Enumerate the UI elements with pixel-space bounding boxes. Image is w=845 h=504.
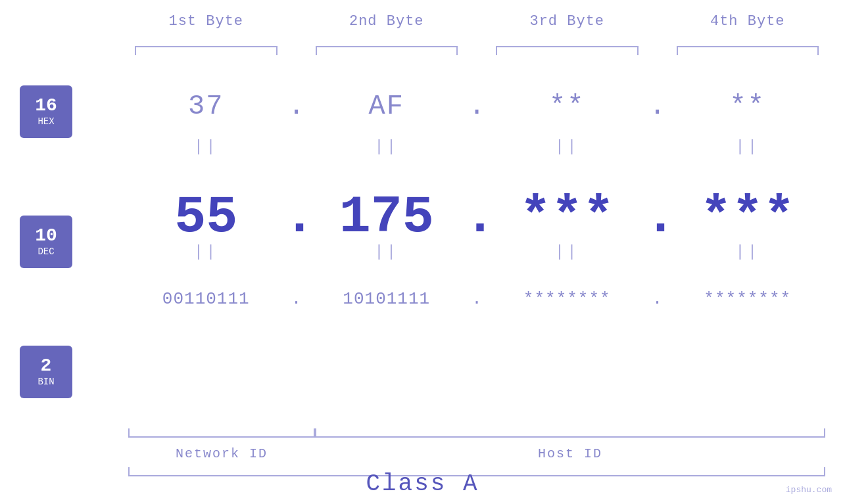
- dec-byte1: 55: [128, 187, 284, 247]
- header-brackets: [128, 46, 825, 58]
- dec-sep3: .: [645, 187, 670, 247]
- network-id-bracket: [128, 428, 315, 438]
- bin-byte3: ********: [489, 289, 645, 309]
- hex-sep1: .: [284, 91, 309, 122]
- host-id-bracket: [315, 428, 825, 438]
- id-labels: Network ID Host ID: [128, 446, 825, 461]
- grid-area: 37 . AF . ** . ** || ||: [128, 66, 825, 438]
- bin-byte4: ********: [670, 289, 826, 309]
- hex-sep2: .: [464, 91, 489, 122]
- hex-row: 37 . AF . ** . **: [128, 91, 825, 122]
- class-label: Class A: [366, 470, 479, 497]
- dbl-bar-5: ||: [128, 243, 284, 261]
- hex-byte3: **: [489, 91, 645, 122]
- bin-byte2: 10101111: [309, 289, 465, 309]
- dec-byte3: ***: [489, 187, 645, 247]
- hex-sep3: .: [645, 91, 670, 122]
- dec-row: 55 . 175 . *** . ***: [128, 187, 825, 247]
- dbl-bar-3: ||: [489, 138, 645, 156]
- dbl-bar-8: ||: [670, 243, 826, 261]
- row-labels: 16 HEX 10 DEC 2 BIN: [20, 85, 72, 398]
- dec-byte2: 175: [309, 187, 465, 247]
- bin-sep2: .: [464, 289, 489, 309]
- dec-sep1: .: [284, 187, 309, 247]
- bottom-brackets: [128, 428, 825, 442]
- bin-sep3: .: [645, 289, 670, 309]
- dec-byte4: ***: [670, 187, 826, 247]
- dec-bin-separator: || || || ||: [128, 243, 825, 261]
- bracket-byte2: [316, 46, 458, 58]
- hex-byte4: **: [670, 91, 826, 122]
- byte2-header: 2nd Byte: [309, 13, 465, 30]
- bracket-byte4: [677, 46, 819, 58]
- bin-sep1: .: [284, 289, 309, 309]
- byte3-header: 3rd Byte: [489, 13, 645, 30]
- hex-dec-separator: || || || ||: [128, 138, 825, 156]
- watermark: ipshu.com: [786, 485, 832, 495]
- dbl-bar-1: ||: [128, 138, 284, 156]
- bin-label: 2 BIN: [20, 346, 72, 398]
- bracket-byte1: [135, 46, 278, 58]
- bracket-byte3: [496, 46, 639, 58]
- dbl-bar-4: ||: [670, 138, 826, 156]
- host-id-label: Host ID: [315, 446, 825, 461]
- byte1-header: 1st Byte: [128, 13, 284, 30]
- byte4-header: 4th Byte: [670, 13, 826, 30]
- dec-sep2: .: [464, 187, 489, 247]
- dbl-bar-6: ||: [309, 243, 465, 261]
- hex-byte2: AF: [309, 91, 465, 122]
- column-headers: 1st Byte 2nd Byte 3rd Byte 4th Byte: [128, 13, 825, 30]
- bin-byte1: 00110111: [128, 289, 284, 309]
- bin-row: 00110111 . 10101111 . ******** . *******…: [128, 289, 825, 309]
- dbl-bar-7: ||: [489, 243, 645, 261]
- network-id-label: Network ID: [128, 446, 315, 461]
- dbl-bar-2: ||: [309, 138, 465, 156]
- hex-label: 16 HEX: [20, 85, 72, 138]
- main-container: 1st Byte 2nd Byte 3rd Byte 4th Byte 16 H…: [0, 0, 845, 504]
- dec-label: 10 DEC: [20, 216, 72, 268]
- hex-byte1: 37: [128, 91, 284, 122]
